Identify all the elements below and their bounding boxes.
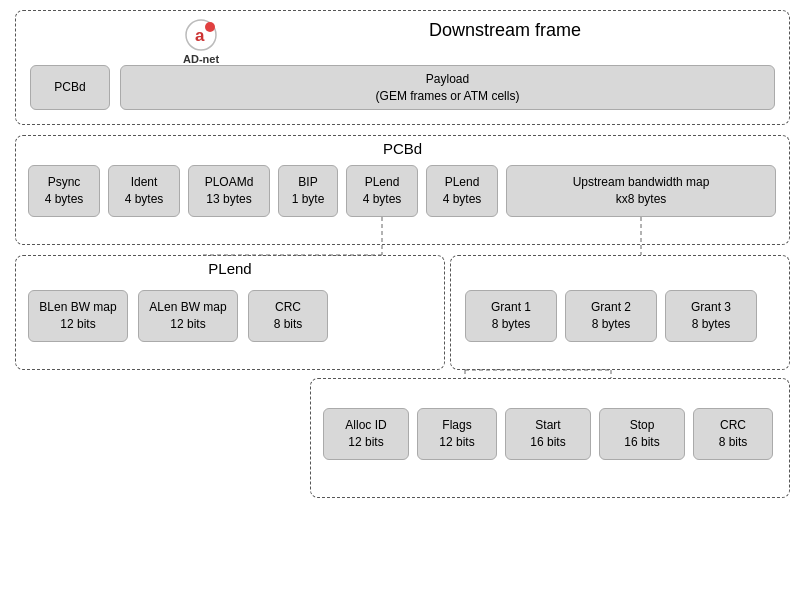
pcbd-section-title: PCBd <box>15 140 790 157</box>
pcbd-field-psync: Psync 4 bytes <box>28 165 100 217</box>
ad-net-logo: a AD-net <box>183 18 219 65</box>
svg-point-2 <box>205 22 215 32</box>
pcbd-field-bip: BIP 1 byte <box>278 165 338 217</box>
plend-field-alen: ALen BW map 12 bits <box>138 290 238 342</box>
plend-field-crc: CRC 8 bits <box>248 290 328 342</box>
grant-field-allocid: Alloc ID 12 bits <box>323 408 409 460</box>
pcbd-field-plend1: PLend 4 bytes <box>346 165 418 217</box>
pcbd-small-label: PCBd <box>54 79 85 96</box>
diagram: a AD-net Downstream frame PCBd Payload (… <box>0 0 807 589</box>
downstream-frame-title: Downstream frame <box>240 20 770 41</box>
grant-field-flags: Flags 12 bits <box>417 408 497 460</box>
grant1-box: Grant 1 8 bytes <box>465 290 557 342</box>
grant3-box: Grant 3 8 bytes <box>665 290 757 342</box>
pcbd-field-ubwmap: Upstream bandwidth map kx8 bytes <box>506 165 776 217</box>
plend-section-title: PLend <box>15 260 445 277</box>
pcbd-small-box: PCBd <box>30 65 110 110</box>
plend-field-blen: BLen BW map 12 bits <box>28 290 128 342</box>
payload-label: Payload (GEM frames or ATM cells) <box>376 71 520 105</box>
grant-field-start: Start 16 bits <box>505 408 591 460</box>
pcbd-field-ploamd: PLOAMd 13 bytes <box>188 165 270 217</box>
pcbd-field-ident: Ident 4 bytes <box>108 165 180 217</box>
payload-box: Payload (GEM frames or ATM cells) <box>120 65 775 110</box>
grant2-box: Grant 2 8 bytes <box>565 290 657 342</box>
pcbd-field-plend2: PLend 4 bytes <box>426 165 498 217</box>
svg-text:a: a <box>195 26 205 45</box>
logo-label: AD-net <box>183 53 219 65</box>
grant-field-crc: CRC 8 bits <box>693 408 773 460</box>
grant-field-stop: Stop 16 bits <box>599 408 685 460</box>
